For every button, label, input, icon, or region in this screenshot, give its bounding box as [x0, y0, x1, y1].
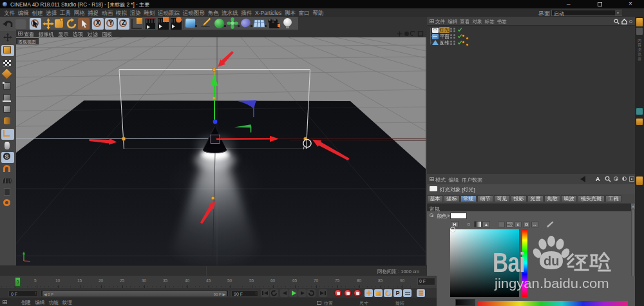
svg-text:du: du	[544, 254, 559, 268]
